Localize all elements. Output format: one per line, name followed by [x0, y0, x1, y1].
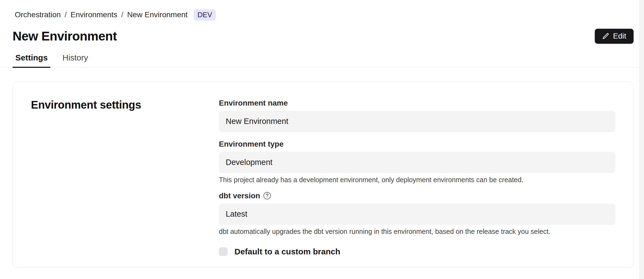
page-header: New Environment Edit — [0, 29, 644, 44]
edit-button[interactable]: Edit — [595, 29, 634, 44]
dbt-version-label: dbt version — [219, 191, 260, 200]
breadcrumb-item-current: New Environment — [127, 10, 188, 19]
breadcrumb-separator: / — [65, 10, 67, 19]
dbt-version-input[interactable] — [219, 204, 615, 225]
dev-badge: DEV — [194, 9, 216, 21]
environment-type-label: Environment type — [219, 140, 615, 149]
environment-type-input[interactable] — [219, 152, 615, 173]
scrollbar[interactable] — [639, 0, 644, 279]
tab-settings[interactable]: Settings — [13, 53, 50, 68]
help-icon[interactable]: ? — [263, 192, 271, 199]
environment-name-label: Environment name — [219, 99, 615, 107]
custom-branch-checkbox[interactable] — [219, 247, 228, 256]
breadcrumb-item-orchestration[interactable]: Orchestration — [15, 10, 61, 19]
breadcrumb-separator: / — [121, 10, 123, 19]
custom-branch-label: Default to a custom branch — [234, 247, 340, 256]
breadcrumb: Orchestration / Environments / New Envir… — [0, 0, 644, 21]
breadcrumb-item-environments[interactable]: Environments — [71, 10, 117, 19]
dbt-version-label-row: dbt version ? — [219, 191, 615, 200]
environment-type-helper: This project already has a development e… — [219, 176, 615, 184]
dbt-version-helper: dbt automatically upgrades the dbt versi… — [219, 228, 615, 236]
environment-settings-card: Environment settings Environment name En… — [12, 82, 634, 268]
custom-branch-row: Default to a custom branch — [219, 247, 615, 256]
page: Orchestration / Environments / New Envir… — [0, 0, 644, 279]
page-title: New Environment — [13, 29, 117, 43]
edit-button-label: Edit — [613, 32, 626, 40]
tab-history[interactable]: History — [60, 53, 91, 68]
tab-bar: Settings History — [0, 53, 644, 68]
card-left-column: Environment settings — [31, 99, 219, 251]
section-title: Environment settings — [31, 99, 219, 111]
environment-name-input[interactable] — [219, 111, 615, 132]
pencil-icon — [602, 33, 610, 40]
environment-settings-form: Environment name Environment type This p… — [219, 99, 615, 251]
